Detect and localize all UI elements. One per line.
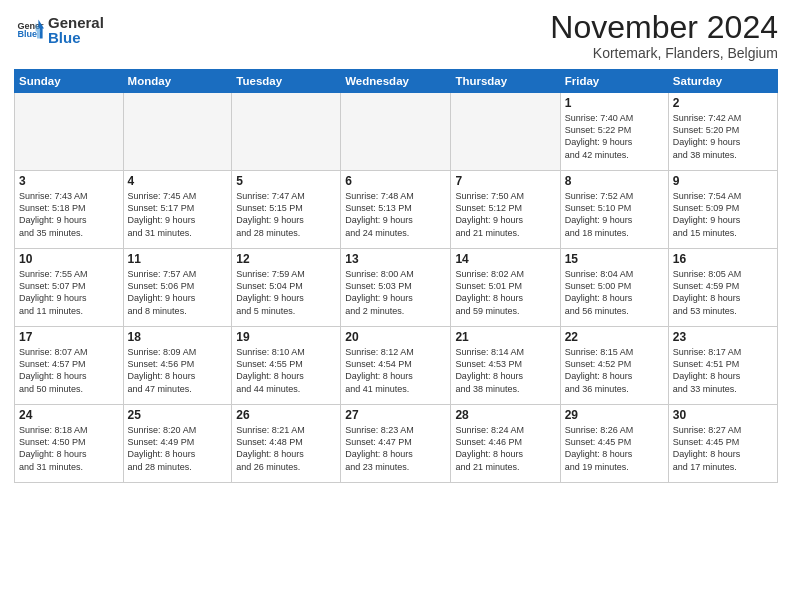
calendar-cell: 5Sunrise: 7:47 AM Sunset: 5:15 PM Daylig… — [232, 171, 341, 249]
calendar-cell: 12Sunrise: 7:59 AM Sunset: 5:04 PM Dayli… — [232, 249, 341, 327]
day-number: 3 — [19, 174, 119, 188]
day-number: 27 — [345, 408, 446, 422]
svg-text:Blue: Blue — [17, 29, 37, 39]
logo-blue-text: Blue — [48, 29, 104, 46]
calendar-cell — [15, 93, 124, 171]
calendar-cell: 1Sunrise: 7:40 AM Sunset: 5:22 PM Daylig… — [560, 93, 668, 171]
calendar-week-4: 17Sunrise: 8:07 AM Sunset: 4:57 PM Dayli… — [15, 327, 778, 405]
logo-icon: General Blue — [16, 16, 44, 44]
day-number: 14 — [455, 252, 555, 266]
day-info: Sunrise: 7:40 AM Sunset: 5:22 PM Dayligh… — [565, 112, 664, 161]
calendar-cell: 14Sunrise: 8:02 AM Sunset: 5:01 PM Dayli… — [451, 249, 560, 327]
calendar-week-2: 3Sunrise: 7:43 AM Sunset: 5:18 PM Daylig… — [15, 171, 778, 249]
day-info: Sunrise: 8:27 AM Sunset: 4:45 PM Dayligh… — [673, 424, 773, 473]
day-info: Sunrise: 8:05 AM Sunset: 4:59 PM Dayligh… — [673, 268, 773, 317]
day-number: 12 — [236, 252, 336, 266]
calendar-cell: 22Sunrise: 8:15 AM Sunset: 4:52 PM Dayli… — [560, 327, 668, 405]
day-number: 6 — [345, 174, 446, 188]
calendar-cell: 3Sunrise: 7:43 AM Sunset: 5:18 PM Daylig… — [15, 171, 124, 249]
day-number: 5 — [236, 174, 336, 188]
day-number: 25 — [128, 408, 228, 422]
calendar-table: SundayMondayTuesdayWednesdayThursdayFrid… — [14, 69, 778, 483]
calendar-cell: 2Sunrise: 7:42 AM Sunset: 5:20 PM Daylig… — [668, 93, 777, 171]
day-number: 26 — [236, 408, 336, 422]
day-info: Sunrise: 8:26 AM Sunset: 4:45 PM Dayligh… — [565, 424, 664, 473]
calendar-cell: 6Sunrise: 7:48 AM Sunset: 5:13 PM Daylig… — [341, 171, 451, 249]
calendar-cell: 27Sunrise: 8:23 AM Sunset: 4:47 PM Dayli… — [341, 405, 451, 483]
calendar-cell: 20Sunrise: 8:12 AM Sunset: 4:54 PM Dayli… — [341, 327, 451, 405]
day-info: Sunrise: 8:20 AM Sunset: 4:49 PM Dayligh… — [128, 424, 228, 473]
day-info: Sunrise: 7:52 AM Sunset: 5:10 PM Dayligh… — [565, 190, 664, 239]
col-header-thursday: Thursday — [451, 70, 560, 93]
calendar-cell: 30Sunrise: 8:27 AM Sunset: 4:45 PM Dayli… — [668, 405, 777, 483]
day-info: Sunrise: 8:15 AM Sunset: 4:52 PM Dayligh… — [565, 346, 664, 395]
day-info: Sunrise: 7:45 AM Sunset: 5:17 PM Dayligh… — [128, 190, 228, 239]
month-title: November 2024 — [550, 10, 778, 45]
calendar-cell: 28Sunrise: 8:24 AM Sunset: 4:46 PM Dayli… — [451, 405, 560, 483]
day-info: Sunrise: 8:23 AM Sunset: 4:47 PM Dayligh… — [345, 424, 446, 473]
calendar-cell — [341, 93, 451, 171]
day-number: 4 — [128, 174, 228, 188]
calendar-cell: 15Sunrise: 8:04 AM Sunset: 5:00 PM Dayli… — [560, 249, 668, 327]
page-container: General Blue General Blue November 2024 … — [0, 0, 792, 612]
day-number: 11 — [128, 252, 228, 266]
day-number: 1 — [565, 96, 664, 110]
calendar-cell — [232, 93, 341, 171]
day-number: 30 — [673, 408, 773, 422]
day-info: Sunrise: 7:42 AM Sunset: 5:20 PM Dayligh… — [673, 112, 773, 161]
day-info: Sunrise: 7:48 AM Sunset: 5:13 PM Dayligh… — [345, 190, 446, 239]
day-number: 19 — [236, 330, 336, 344]
calendar-cell: 24Sunrise: 8:18 AM Sunset: 4:50 PM Dayli… — [15, 405, 124, 483]
calendar-cell: 19Sunrise: 8:10 AM Sunset: 4:55 PM Dayli… — [232, 327, 341, 405]
calendar-cell: 18Sunrise: 8:09 AM Sunset: 4:56 PM Dayli… — [123, 327, 232, 405]
day-info: Sunrise: 8:17 AM Sunset: 4:51 PM Dayligh… — [673, 346, 773, 395]
calendar-cell: 26Sunrise: 8:21 AM Sunset: 4:48 PM Dayli… — [232, 405, 341, 483]
col-header-friday: Friday — [560, 70, 668, 93]
location: Kortemark, Flanders, Belgium — [550, 45, 778, 61]
day-info: Sunrise: 8:02 AM Sunset: 5:01 PM Dayligh… — [455, 268, 555, 317]
day-number: 17 — [19, 330, 119, 344]
col-header-wednesday: Wednesday — [341, 70, 451, 93]
day-number: 9 — [673, 174, 773, 188]
calendar-cell: 10Sunrise: 7:55 AM Sunset: 5:07 PM Dayli… — [15, 249, 124, 327]
day-number: 7 — [455, 174, 555, 188]
day-info: Sunrise: 8:21 AM Sunset: 4:48 PM Dayligh… — [236, 424, 336, 473]
calendar-cell: 16Sunrise: 8:05 AM Sunset: 4:59 PM Dayli… — [668, 249, 777, 327]
day-info: Sunrise: 8:12 AM Sunset: 4:54 PM Dayligh… — [345, 346, 446, 395]
calendar-cell: 13Sunrise: 8:00 AM Sunset: 5:03 PM Dayli… — [341, 249, 451, 327]
calendar-cell: 23Sunrise: 8:17 AM Sunset: 4:51 PM Dayli… — [668, 327, 777, 405]
day-info: Sunrise: 8:07 AM Sunset: 4:57 PM Dayligh… — [19, 346, 119, 395]
day-number: 18 — [128, 330, 228, 344]
day-info: Sunrise: 7:59 AM Sunset: 5:04 PM Dayligh… — [236, 268, 336, 317]
day-number: 10 — [19, 252, 119, 266]
day-number: 28 — [455, 408, 555, 422]
day-info: Sunrise: 7:57 AM Sunset: 5:06 PM Dayligh… — [128, 268, 228, 317]
title-block: November 2024 Kortemark, Flanders, Belgi… — [550, 10, 778, 61]
day-number: 8 — [565, 174, 664, 188]
col-header-sunday: Sunday — [15, 70, 124, 93]
calendar-cell — [123, 93, 232, 171]
day-info: Sunrise: 7:54 AM Sunset: 5:09 PM Dayligh… — [673, 190, 773, 239]
logo: General Blue General Blue — [14, 14, 104, 46]
calendar-cell — [451, 93, 560, 171]
col-header-saturday: Saturday — [668, 70, 777, 93]
calendar-cell: 8Sunrise: 7:52 AM Sunset: 5:10 PM Daylig… — [560, 171, 668, 249]
day-info: Sunrise: 7:47 AM Sunset: 5:15 PM Dayligh… — [236, 190, 336, 239]
calendar-cell: 17Sunrise: 8:07 AM Sunset: 4:57 PM Dayli… — [15, 327, 124, 405]
calendar-cell: 4Sunrise: 7:45 AM Sunset: 5:17 PM Daylig… — [123, 171, 232, 249]
calendar-week-1: 1Sunrise: 7:40 AM Sunset: 5:22 PM Daylig… — [15, 93, 778, 171]
day-number: 16 — [673, 252, 773, 266]
day-info: Sunrise: 7:55 AM Sunset: 5:07 PM Dayligh… — [19, 268, 119, 317]
day-info: Sunrise: 8:18 AM Sunset: 4:50 PM Dayligh… — [19, 424, 119, 473]
day-info: Sunrise: 8:14 AM Sunset: 4:53 PM Dayligh… — [455, 346, 555, 395]
calendar-cell: 7Sunrise: 7:50 AM Sunset: 5:12 PM Daylig… — [451, 171, 560, 249]
calendar-cell: 11Sunrise: 7:57 AM Sunset: 5:06 PM Dayli… — [123, 249, 232, 327]
calendar-cell: 25Sunrise: 8:20 AM Sunset: 4:49 PM Dayli… — [123, 405, 232, 483]
day-number: 2 — [673, 96, 773, 110]
day-info: Sunrise: 8:04 AM Sunset: 5:00 PM Dayligh… — [565, 268, 664, 317]
day-info: Sunrise: 8:10 AM Sunset: 4:55 PM Dayligh… — [236, 346, 336, 395]
day-info: Sunrise: 7:43 AM Sunset: 5:18 PM Dayligh… — [19, 190, 119, 239]
day-number: 23 — [673, 330, 773, 344]
day-number: 13 — [345, 252, 446, 266]
day-number: 15 — [565, 252, 664, 266]
